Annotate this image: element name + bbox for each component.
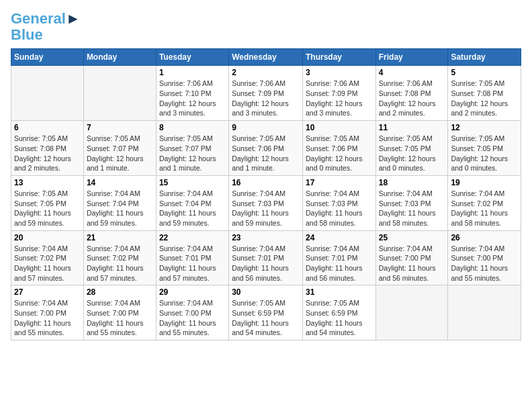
day-number: 15: [159, 178, 226, 187]
calendar-cell: 24Sunrise: 7:04 AM Sunset: 7:01 PM Dayli…: [302, 230, 375, 285]
calendar-cell: 20Sunrise: 7:04 AM Sunset: 7:02 PM Dayli…: [11, 230, 84, 285]
calendar-header-row: SundayMondayTuesdayWednesdayThursdayFrid…: [11, 49, 521, 66]
day-number: 26: [451, 233, 518, 242]
day-info: Sunrise: 7:04 AM Sunset: 7:01 PM Dayligh…: [306, 244, 373, 283]
day-info: Sunrise: 7:06 AM Sunset: 7:09 PM Dayligh…: [232, 79, 300, 118]
calendar-cell: 28Sunrise: 7:04 AM Sunset: 7:00 PM Dayli…: [83, 285, 156, 340]
day-info: Sunrise: 7:04 AM Sunset: 7:00 PM Dayligh…: [379, 244, 445, 283]
calendar-cell: 2Sunrise: 7:06 AM Sunset: 7:09 PM Daylig…: [229, 66, 303, 121]
day-number: 10: [306, 123, 373, 132]
day-number: 17: [306, 178, 373, 187]
calendar-cell: [448, 285, 521, 340]
day-info: Sunrise: 7:04 AM Sunset: 7:00 PM Dayligh…: [14, 298, 81, 338]
day-info: Sunrise: 7:05 AM Sunset: 7:08 PM Dayligh…: [14, 134, 81, 173]
day-info: Sunrise: 7:05 AM Sunset: 7:05 PM Dayligh…: [379, 134, 445, 173]
calendar-cell: 3Sunrise: 7:06 AM Sunset: 7:09 PM Daylig…: [302, 66, 375, 121]
day-info: Sunrise: 7:04 AM Sunset: 7:00 PM Dayligh…: [451, 244, 518, 283]
calendar-cell: 18Sunrise: 7:04 AM Sunset: 7:03 PM Dayli…: [375, 175, 448, 230]
day-number: 20: [14, 233, 81, 242]
day-number: 6: [14, 123, 81, 132]
day-info: Sunrise: 7:04 AM Sunset: 7:03 PM Dayligh…: [379, 189, 445, 228]
day-info: Sunrise: 7:05 AM Sunset: 6:59 PM Dayligh…: [306, 298, 373, 338]
day-number: 24: [306, 233, 373, 242]
calendar-header-tuesday: Tuesday: [156, 49, 228, 66]
calendar-header-thursday: Thursday: [302, 49, 375, 66]
day-number: 3: [306, 68, 373, 77]
calendar-cell: 17Sunrise: 7:04 AM Sunset: 7:03 PM Dayli…: [302, 175, 375, 230]
day-info: Sunrise: 7:05 AM Sunset: 7:06 PM Dayligh…: [232, 134, 300, 173]
calendar-cell: 8Sunrise: 7:05 AM Sunset: 7:07 PM Daylig…: [156, 121, 228, 176]
day-number: 8: [159, 123, 226, 132]
calendar-week-row: 6Sunrise: 7:05 AM Sunset: 7:08 PM Daylig…: [11, 121, 521, 176]
day-number: 25: [379, 233, 445, 242]
day-info: Sunrise: 7:06 AM Sunset: 7:08 PM Dayligh…: [379, 79, 445, 118]
day-number: 14: [87, 178, 153, 187]
calendar-cell: 14Sunrise: 7:04 AM Sunset: 7:04 PM Dayli…: [83, 175, 156, 230]
calendar-cell: 25Sunrise: 7:04 AM Sunset: 7:00 PM Dayli…: [375, 230, 448, 285]
calendar-cell: 12Sunrise: 7:05 AM Sunset: 7:05 PM Dayli…: [448, 121, 521, 176]
day-info: Sunrise: 7:05 AM Sunset: 7:08 PM Dayligh…: [451, 79, 518, 118]
day-number: 18: [379, 178, 445, 187]
calendar-header-friday: Friday: [375, 49, 448, 66]
calendar-body: 1Sunrise: 7:06 AM Sunset: 7:10 PM Daylig…: [11, 66, 521, 340]
calendar-cell: 31Sunrise: 7:05 AM Sunset: 6:59 PM Dayli…: [302, 285, 375, 340]
day-number: 16: [232, 178, 300, 187]
page-header: General► Blue: [11, 11, 521, 43]
day-info: Sunrise: 7:04 AM Sunset: 7:01 PM Dayligh…: [232, 244, 300, 283]
day-number: 30: [232, 287, 300, 297]
calendar-cell: 21Sunrise: 7:04 AM Sunset: 7:02 PM Dayli…: [83, 230, 156, 285]
day-number: 21: [87, 233, 153, 242]
day-info: Sunrise: 7:04 AM Sunset: 7:03 PM Dayligh…: [306, 189, 373, 228]
logo-blue: Blue: [11, 26, 43, 43]
day-info: Sunrise: 7:05 AM Sunset: 7:06 PM Dayligh…: [306, 134, 373, 173]
day-info: Sunrise: 7:06 AM Sunset: 7:09 PM Dayligh…: [306, 79, 373, 118]
day-info: Sunrise: 7:04 AM Sunset: 7:04 PM Dayligh…: [159, 189, 226, 228]
calendar-cell: 23Sunrise: 7:04 AM Sunset: 7:01 PM Dayli…: [229, 230, 303, 285]
day-number: 7: [87, 123, 153, 132]
day-number: 23: [232, 233, 300, 242]
day-info: Sunrise: 7:04 AM Sunset: 7:02 PM Dayligh…: [451, 189, 518, 228]
day-number: 12: [451, 123, 518, 132]
calendar-header-saturday: Saturday: [448, 49, 521, 66]
calendar-cell: 13Sunrise: 7:05 AM Sunset: 7:05 PM Dayli…: [11, 175, 84, 230]
day-number: 27: [14, 287, 81, 297]
calendar-header-sunday: Sunday: [11, 49, 84, 66]
calendar-cell: 4Sunrise: 7:06 AM Sunset: 7:08 PM Daylig…: [375, 66, 448, 121]
calendar-cell: 16Sunrise: 7:04 AM Sunset: 7:03 PM Dayli…: [229, 175, 303, 230]
day-number: 22: [159, 233, 226, 242]
calendar-cell: 19Sunrise: 7:04 AM Sunset: 7:02 PM Dayli…: [448, 175, 521, 230]
day-number: 5: [451, 68, 518, 77]
calendar-cell: 26Sunrise: 7:04 AM Sunset: 7:00 PM Dayli…: [448, 230, 521, 285]
day-number: 19: [451, 178, 518, 187]
logo: General► Blue: [11, 11, 81, 43]
day-number: 9: [232, 123, 300, 132]
calendar-cell: 15Sunrise: 7:04 AM Sunset: 7:04 PM Dayli…: [156, 175, 228, 230]
calendar-week-row: 20Sunrise: 7:04 AM Sunset: 7:02 PM Dayli…: [11, 230, 521, 285]
logo-general: General: [11, 10, 66, 27]
day-number: 4: [379, 68, 445, 77]
day-info: Sunrise: 7:04 AM Sunset: 7:04 PM Dayligh…: [87, 189, 153, 228]
day-number: 13: [14, 178, 81, 187]
day-info: Sunrise: 7:05 AM Sunset: 7:07 PM Dayligh…: [87, 134, 153, 173]
calendar-header-wednesday: Wednesday: [229, 49, 303, 66]
calendar-cell: 1Sunrise: 7:06 AM Sunset: 7:10 PM Daylig…: [156, 66, 228, 121]
day-info: Sunrise: 7:04 AM Sunset: 7:00 PM Dayligh…: [159, 298, 226, 338]
calendar-cell: [375, 285, 448, 340]
calendar-week-row: 1Sunrise: 7:06 AM Sunset: 7:10 PM Daylig…: [11, 66, 521, 121]
day-info: Sunrise: 7:05 AM Sunset: 7:07 PM Dayligh…: [159, 134, 226, 173]
day-info: Sunrise: 7:04 AM Sunset: 7:02 PM Dayligh…: [87, 244, 153, 283]
day-info: Sunrise: 7:04 AM Sunset: 7:00 PM Dayligh…: [87, 298, 153, 338]
day-info: Sunrise: 7:05 AM Sunset: 6:59 PM Dayligh…: [232, 298, 300, 338]
day-info: Sunrise: 7:05 AM Sunset: 7:05 PM Dayligh…: [14, 189, 81, 228]
day-info: Sunrise: 7:04 AM Sunset: 7:02 PM Dayligh…: [14, 244, 81, 283]
day-info: Sunrise: 7:04 AM Sunset: 7:03 PM Dayligh…: [232, 189, 300, 228]
calendar-cell: 11Sunrise: 7:05 AM Sunset: 7:05 PM Dayli…: [375, 121, 448, 176]
logo-text: General► Blue: [11, 11, 81, 43]
calendar-cell: 5Sunrise: 7:05 AM Sunset: 7:08 PM Daylig…: [448, 66, 521, 121]
day-number: 11: [379, 123, 445, 132]
calendar-cell: 6Sunrise: 7:05 AM Sunset: 7:08 PM Daylig…: [11, 121, 84, 176]
calendar-cell: 29Sunrise: 7:04 AM Sunset: 7:00 PM Dayli…: [156, 285, 228, 340]
day-info: Sunrise: 7:06 AM Sunset: 7:10 PM Dayligh…: [159, 79, 226, 118]
day-info: Sunrise: 7:04 AM Sunset: 7:01 PM Dayligh…: [159, 244, 226, 283]
calendar-header-monday: Monday: [83, 49, 156, 66]
